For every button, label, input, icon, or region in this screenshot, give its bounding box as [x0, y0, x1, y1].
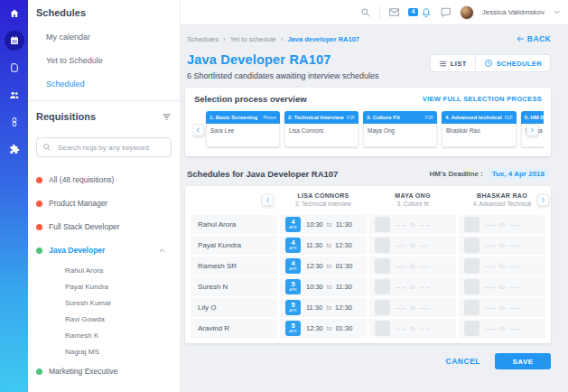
- candidate-item[interactable]: Rahul Arora: [36, 262, 172, 278]
- carousel-next-button[interactable]: [526, 124, 538, 135]
- breadcrumb-item[interactable]: Yet to schedule: [230, 35, 276, 43]
- requisition-search[interactable]: [36, 137, 172, 157]
- chevron-up-icon[interactable]: [158, 247, 166, 255]
- selection-process-title: Selection process overview: [194, 94, 307, 104]
- candidate-item[interactable]: Payal Kundra: [36, 278, 172, 294]
- schedule-slot[interactable]: 4APR 11:30to12:30: [280, 236, 367, 255]
- puzzle-icon[interactable]: [5, 139, 24, 159]
- scheduler-view-button[interactable]: SCHEDULER: [475, 55, 550, 71]
- schedule-slot[interactable]: 5APR 10:30to11:30: [280, 277, 367, 296]
- schedule-slot[interactable]: 5APR 11:30to12:30: [280, 298, 367, 317]
- table-next-button[interactable]: [537, 194, 549, 206]
- slot-end: 01:30: [336, 324, 353, 332]
- requisition-item[interactable]: Full Stack Developer: [36, 215, 172, 238]
- candidate-cell: Lily O: [191, 298, 277, 317]
- list-view-button[interactable]: LIST: [431, 55, 475, 71]
- empty-schedule-slot[interactable]: --:--to--:--: [369, 257, 456, 275]
- candidate-item[interactable]: Nagraj MS: [36, 343, 172, 359]
- calendar-icon[interactable]: [5, 31, 24, 51]
- sidebar-schedule-item[interactable]: Yet to Schedule: [36, 49, 172, 72]
- schedule-slot[interactable]: 5APR 12:30to01:30: [280, 319, 367, 338]
- status-dot-icon: [36, 247, 42, 254]
- link-icon[interactable]: [5, 112, 24, 132]
- home-icon[interactable]: [5, 4, 24, 23]
- slot-to: to: [410, 242, 415, 248]
- stage-card[interactable]: 2. Technical Interview F2F Lisa Connors: [284, 111, 358, 147]
- requisition-item[interactable]: Java Developer: [36, 238, 172, 262]
- user-name: Jessica Validmskov: [482, 8, 545, 16]
- candidate-label: Payal Kundra: [65, 283, 108, 291]
- empty-schedule-slot[interactable]: --:--to--:--: [369, 277, 456, 296]
- slot-start: 11:30: [306, 241, 322, 249]
- requisition-item[interactable]: All (48 requisitions): [36, 168, 172, 191]
- date-badge: 4APR: [285, 238, 301, 253]
- bell-icon: [421, 7, 432, 18]
- report-icon[interactable]: [5, 58, 24, 78]
- filter-icon[interactable]: [162, 111, 172, 122]
- stage-candidate: Bhaskar Rao: [446, 127, 480, 134]
- empty-schedule-slot[interactable]: --:--to--:--: [369, 298, 456, 317]
- schedule-slot[interactable]: 4APR 12:30to01:30: [280, 257, 367, 275]
- empty-schedule-slot[interactable]: --:--to--:--: [369, 236, 456, 255]
- stage-header: 2. Technical Interview F2F: [284, 111, 358, 124]
- empty-schedule-slot[interactable]: --:--to--:--: [459, 215, 545, 234]
- requisition-item[interactable]: Product Manager: [36, 191, 172, 215]
- slot-to: to: [327, 221, 332, 228]
- empty-schedule-slot[interactable]: --:--to--:--: [459, 277, 545, 296]
- schedules-title: Schedules for Java Developer RA107: [187, 169, 338, 179]
- view-full-selection-process-link[interactable]: VIEW FULL SELECTION PROCESS: [423, 95, 542, 103]
- selection-process-panel: Selection process overview VIEW FULL SEL…: [185, 88, 551, 156]
- slot-to: to: [326, 242, 331, 248]
- stage-card[interactable]: 3. Culture Fit F2F Maya Ong: [363, 111, 437, 147]
- divider: [379, 6, 380, 19]
- candidate-item[interactable]: Ramesh K: [36, 327, 172, 343]
- stage-carousel: 1. Basic Screening Phone Sara Lee 2. Tec…: [192, 110, 544, 149]
- candidate-name: Payal Kundra: [198, 241, 241, 249]
- breadcrumb-separator-icon: ›: [223, 35, 226, 43]
- stage-card[interactable]: 4. Advanced technical F2F Bhaskar Rao: [442, 111, 517, 147]
- main-area: 4 Jessica Validmskov Schedules›Yet to sc…: [181, 0, 568, 392]
- breadcrumb-item[interactable]: Java developer RA107: [287, 35, 359, 43]
- search-icon[interactable]: [360, 7, 371, 18]
- stage-mode-badge: F2F: [347, 115, 355, 120]
- stage-card[interactable]: 1. Basic Screening Phone Sara Lee: [206, 111, 280, 147]
- stage-title: 1. Basic Screening: [210, 115, 257, 120]
- search-input[interactable]: [56, 143, 165, 153]
- breadcrumb-item[interactable]: Schedules: [187, 35, 219, 43]
- candidate-item[interactable]: Suresh Kumar: [36, 294, 172, 311]
- candidate-label: Nagraj MS: [65, 348, 99, 356]
- chevron-down-icon[interactable]: [553, 8, 561, 16]
- save-button[interactable]: SAVE: [495, 353, 551, 369]
- schedule-slot[interactable]: 4APR 10:30to11:30: [280, 215, 367, 234]
- team-icon[interactable]: [5, 85, 24, 105]
- view-toggle: LIST SCHEDULER: [430, 54, 551, 72]
- table-row: Payal Kundra 4APR 11:30to12:30 --:--to--…: [191, 236, 545, 255]
- clock-icon: [484, 59, 493, 68]
- carousel-prev-button[interactable]: [192, 124, 204, 135]
- empty-schedule-slot[interactable]: --:--to--:--: [459, 319, 545, 338]
- chat-icon[interactable]: [440, 6, 452, 18]
- table-prev-button[interactable]: [262, 194, 274, 206]
- slot-to: to: [410, 263, 415, 269]
- notification-badge: 4: [408, 8, 418, 17]
- date-badge-empty: [375, 238, 390, 253]
- sidebar-schedule-item[interactable]: Scheduled: [36, 72, 172, 96]
- empty-schedule-slot[interactable]: --:--to--:--: [459, 257, 545, 275]
- mail-icon[interactable]: [388, 6, 400, 18]
- candidate-item[interactable]: Ravi Gowda: [36, 311, 172, 327]
- sidebar-schedule-item[interactable]: My calendar: [36, 25, 172, 49]
- empty-schedule-slot[interactable]: --:--to--:--: [459, 236, 545, 255]
- empty-schedule-slot[interactable]: --:--to--:--: [369, 215, 456, 234]
- requisition-item[interactable]: Marketing Executive: [36, 359, 172, 383]
- interviewer-name: MAYA ONG: [369, 192, 456, 199]
- user-avatar[interactable]: [460, 5, 474, 20]
- cancel-button[interactable]: CANCEL: [446, 357, 480, 366]
- requisition-item[interactable]: [36, 383, 172, 392]
- empty-schedule-slot[interactable]: --:--to--:--: [369, 319, 456, 338]
- candidate-name: Rahul Arora: [198, 220, 236, 229]
- slot-end: 12:30: [335, 241, 352, 249]
- back-button[interactable]: BACK: [516, 34, 551, 43]
- notifications[interactable]: 4: [408, 7, 432, 18]
- empty-schedule-slot[interactable]: --:--to--:--: [459, 298, 545, 317]
- slot-end: 01:30: [336, 262, 353, 270]
